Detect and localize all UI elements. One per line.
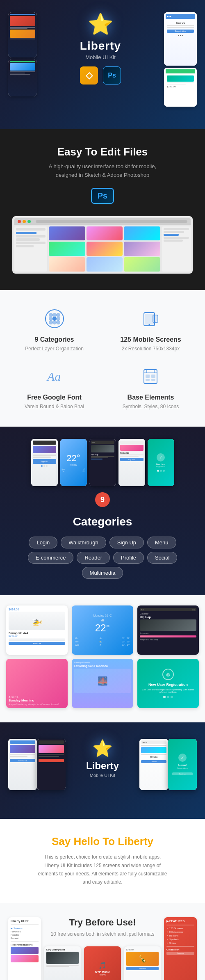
screen-register: ☺ New User Registration Get user bonus r… (137, 659, 199, 708)
phone-mockup-1 (8, 12, 37, 57)
country-label: Country (140, 612, 196, 615)
elements-icon (139, 364, 163, 389)
svg-point-6 (56, 317, 60, 321)
edit-title: Easy To Edit Files (12, 146, 193, 158)
try-center: Try Before Use! 10 free screens both in … (44, 917, 161, 980)
svg-point-8 (52, 320, 57, 324)
svg-rect-14 (153, 315, 157, 321)
cat-phone-5: ✓ New User Registration (148, 439, 174, 486)
keep-head-label: Keep Your Head Up (140, 638, 196, 641)
brand-mockups-row: Get Started ⭐ Liberty Mobile UI Kit PayP… (8, 739, 197, 790)
hero-title: Liberty (80, 39, 121, 53)
tag-social[interactable]: Social (147, 552, 177, 564)
tag-signup[interactable]: Sign Up (109, 537, 144, 548)
ps-badge: Ps (103, 66, 121, 85)
screens-row-1: $614.00 🚁 Stampede 4x4 $249.99 Add to Ca… (6, 605, 199, 655)
phone-mockup-4: $279.90 (164, 68, 197, 107)
screen-music: 9:41●●● Country Hip Hop Romance Keep You… (137, 605, 199, 655)
tag-walkthrough[interactable]: Walkthrough (61, 537, 106, 548)
try-card-2: 🎵 NYP Music Festival (84, 946, 121, 980)
categories-count-badge: 9 (95, 492, 110, 507)
tag-login[interactable]: Login (29, 537, 57, 548)
svg-rect-23 (146, 379, 150, 381)
hiphop-label: Hip Hop (140, 616, 196, 619)
screen-drone: $614.00 🚁 Stampede 4x4 $249.99 Add to Ca… (6, 605, 68, 655)
svg-point-7 (49, 320, 53, 324)
try-card-3: $146.00 🍾 Buy Now (124, 946, 161, 980)
svg-rect-11 (145, 314, 154, 324)
edit-section: Easy To Edit Files A high-quality user i… (0, 129, 205, 290)
try-title: Try Before Use! (44, 917, 161, 928)
svg-point-9 (56, 320, 60, 324)
tag-profile[interactable]: Profile (113, 552, 144, 564)
feature-font: Aa Free Google Font Varela Round & Baloo… (12, 364, 96, 410)
cat-phone-3: 9:41 Hip Hop (89, 439, 116, 486)
font-icon: Aa (42, 364, 67, 389)
try-card-1: Early Underground (44, 946, 81, 980)
brand-phone-3: PayPal $279.90 Confirm (139, 739, 168, 790)
brand-star-icon: ⭐ (70, 739, 135, 758)
categories-section: Sign Up 22° Monday Mon18° Tue21° 9:41 Hi… (0, 427, 205, 595)
brand-phone-1: Get Started (8, 739, 37, 790)
tag-reader[interactable]: Reader (77, 552, 110, 564)
screen-weather: Monday, 26 ·C ☁️ 22° Mon🌤18° / 22° Tue⛅2… (72, 605, 133, 655)
screens-row-2: April 14 Sunday Morning Are you Transfer… (6, 659, 199, 708)
say-hello-title: Say Hello To Liberty (12, 835, 193, 848)
romance-label: Romance (140, 632, 196, 635)
star-icon: ⭐ (88, 12, 113, 36)
brand-subtitle: Mobile UI Kit (70, 773, 135, 778)
try-screens-grid: Early Underground 🎵 NYP Music Festival $… (44, 946, 161, 980)
try-section: Liberty UI Kit ▶ Screens Favorites Popul… (0, 903, 205, 980)
feature-elements: Base Elements Symbols, Styles, 80 Icons (109, 364, 193, 410)
register-desc: Get user bonus registration spending wit… (141, 688, 196, 693)
categories-desc: Perfect Layer Organization (12, 345, 96, 352)
screen-sf: Liberty Photos Exploring San Francisco 🌉 (72, 659, 133, 708)
feature-categories: 9 Categories Perfect Layer Organization (12, 306, 96, 352)
try-description: 10 free screens both in sketch and .psd … (44, 930, 161, 938)
cat-phone-1: Sign Up (31, 439, 58, 486)
svg-point-15 (155, 322, 156, 322)
hero-subtitle: Mobile UI Kit (85, 54, 116, 60)
categories-tags-container: Login Walkthrough Sign Up Menu E-commerc… (8, 537, 197, 579)
font-title: Free Google Font (12, 394, 96, 401)
screens-desc: 2x Resolution 750x1334px (109, 345, 193, 352)
svg-rect-24 (151, 379, 155, 381)
features-grid: 9 Categories Perfect Layer Organization … (12, 306, 193, 411)
phone-mockup-2 (8, 59, 37, 96)
try-layout: Liberty UI Kit ▶ Screens Favorites Popul… (8, 917, 197, 980)
tag-multimedia[interactable]: Multimedia (82, 567, 123, 579)
categories-title: Categories (8, 515, 197, 528)
screens-section: $614.00 🚁 Stampede 4x4 $249.99 Add to Ca… (0, 595, 205, 722)
elements-desc: Symbols, Styles, 80 Icons (109, 403, 193, 410)
cat-phone-4: Romance Buy Now (118, 439, 145, 486)
sunday-label: Sunday Morning (9, 699, 65, 702)
weather-date: Monday, 26 ·C (93, 614, 112, 617)
brand-phone-2 (37, 739, 66, 790)
features-section: 9 Categories Perfect Layer Organization … (0, 290, 205, 427)
brand-title: Liberty (70, 760, 135, 772)
font-desc: Varela Round & Baloo Bhai (12, 403, 96, 410)
svg-rect-22 (151, 375, 155, 378)
sketch-badge: ◇ (80, 66, 98, 85)
sketch-preview (12, 216, 193, 274)
register-title: New User Registration (148, 683, 188, 687)
hero-center: ⭐ Liberty Mobile UI Kit ◇ Ps (41, 12, 160, 85)
right-mockups: ●●● Sign Up Registration ● ● ● (164, 12, 197, 107)
left-mockups (8, 12, 37, 96)
say-hello-section: Say Hello To Liberty This is perfect cho… (0, 819, 205, 903)
drone-price: $249.99 (9, 635, 65, 637)
sf-title: Exploring San Francisco (74, 665, 131, 667)
april-label: April 14 (9, 696, 65, 699)
tag-menu[interactable]: Menu (147, 537, 176, 548)
tag-ecommerce[interactable]: E-commerce (28, 552, 74, 564)
svg-text:Aa: Aa (46, 370, 61, 383)
try-left-panel: Liberty UI Kit ▶ Screens Favorites Popul… (8, 917, 41, 980)
svg-point-12 (148, 324, 150, 325)
phone-mockup-3: ●●● Sign Up Registration ● ● ● (164, 12, 197, 66)
brand-section: Get Started ⭐ Liberty Mobile UI Kit PayP… (0, 722, 205, 819)
feature-screens: 125 Mobile Screens 2x Resolution 750x133… (109, 306, 193, 352)
categories-title: 9 Categories (12, 336, 96, 343)
ps-label: Ps (108, 72, 116, 79)
categories-mockups: Sign Up 22° Monday Mon18° Tue21° 9:41 Hi… (8, 439, 197, 486)
sketch-icon: ◇ (86, 70, 93, 81)
